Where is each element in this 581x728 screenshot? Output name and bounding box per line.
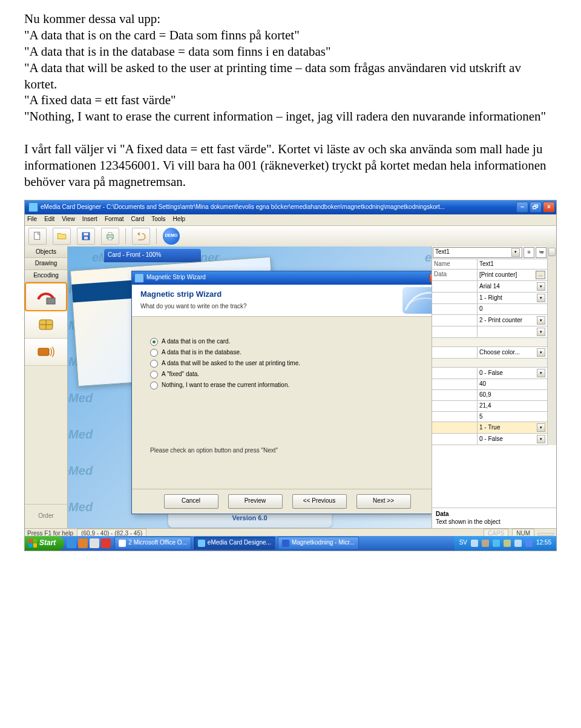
property-row[interactable]: 40 <box>432 379 547 390</box>
property-row[interactable]: Data[Print counter]... <box>432 270 547 281</box>
design-canvas[interactable]: eMedia Card Designer eMed eMed eMed eMed… <box>68 247 432 529</box>
property-value[interactable]: 0 - False▾ <box>478 368 547 379</box>
property-value[interactable]: 1 - Right▾ <box>478 293 547 303</box>
property-row[interactable]: ▾ <box>432 326 547 338</box>
language-indicator[interactable]: SV <box>459 539 467 547</box>
print-button[interactable] <box>101 228 119 245</box>
property-value[interactable]: 60,9 <box>478 390 547 400</box>
property-value[interactable]: 0 <box>478 304 547 314</box>
taskbar-task[interactable]: 2 Microsoft Office O... <box>114 537 191 550</box>
property-row[interactable]: 1 - True▾ <box>432 422 547 434</box>
radio-option-0[interactable]: A data that is on the card. <box>150 338 424 346</box>
property-value[interactable]: 2 - Print counter▾ <box>478 315 547 326</box>
property-row[interactable]: 1 - Right▾ <box>432 293 547 304</box>
menu-edit[interactable]: Edit <box>44 216 54 223</box>
menu-format[interactable]: Format <box>105 216 124 223</box>
preview-button[interactable]: Preview <box>228 494 283 509</box>
ql-icon[interactable] <box>78 538 88 548</box>
watermark: eMed <box>68 391 93 406</box>
clock[interactable]: 12:55 <box>536 539 551 547</box>
radio-option-3[interactable]: A "fixed" data. <box>150 371 424 379</box>
property-row[interactable]: 0 - False▾ <box>432 368 547 379</box>
property-row[interactable]: 60,9 <box>432 390 547 401</box>
wizard-close-button[interactable]: × <box>429 273 432 283</box>
ql-icon[interactable] <box>90 538 99 548</box>
menu-file[interactable]: File <box>27 216 37 223</box>
tool-contactless[interactable] <box>25 339 67 366</box>
tray-icon[interactable] <box>471 540 478 547</box>
tray-icon[interactable] <box>514 540 522 547</box>
svg-rect-6 <box>108 237 112 240</box>
tray-icon[interactable] <box>493 540 500 547</box>
wizard-heading: Magnetic strip Wizard <box>140 290 222 300</box>
property-value[interactable]: [Print counter]... <box>478 270 547 280</box>
tray-icon[interactable] <box>504 540 511 547</box>
doc-opt4: "A fixed data = ett fast värde" <box>24 92 557 108</box>
property-row[interactable]: NameText1 <box>432 259 547 270</box>
property-value[interactable]: Choose color...▾ <box>478 347 547 358</box>
cancel-button[interactable]: Cancel <box>164 494 218 509</box>
property-value[interactable]: Arial 14▾ <box>478 281 547 292</box>
tab-encoding[interactable]: Encoding <box>25 270 67 282</box>
menu-card[interactable]: Card <box>131 216 145 223</box>
tool-chip[interactable] <box>25 311 67 339</box>
taskbar-task[interactable]: eMedia Card Designe... <box>194 537 275 550</box>
taskbar-task[interactable]: Magnetkodning - Micr... <box>278 537 359 550</box>
property-key <box>432 412 478 422</box>
property-value[interactable]: ▾ <box>478 326 547 337</box>
property-key <box>432 434 478 445</box>
ql-ie-icon[interactable] <box>67 538 76 548</box>
property-row[interactable]: 5 <box>432 412 547 423</box>
property-value[interactable]: 1 - True▾ <box>478 422 547 433</box>
ql-icon[interactable] <box>101 538 111 548</box>
property-row[interactable] <box>432 338 547 347</box>
tab-order[interactable]: Order <box>25 504 67 529</box>
sort-alpha-button[interactable]: ≡ <box>524 247 534 258</box>
property-row[interactable] <box>432 359 547 368</box>
ellipsis-button[interactable]: ... <box>536 271 545 279</box>
next-button[interactable]: Next >> <box>356 494 411 509</box>
minimize-button[interactable]: – <box>516 202 528 213</box>
undo-button[interactable] <box>132 228 150 245</box>
start-button[interactable]: Start <box>25 536 64 551</box>
property-value[interactable]: 21,4 <box>478 401 547 411</box>
wizard-icon <box>134 273 144 283</box>
close-button[interactable]: × <box>543 202 555 213</box>
menu-tools[interactable]: Tools <box>151 216 165 223</box>
radio-option-4[interactable]: Nothing, I want to erase the current inf… <box>150 382 424 389</box>
menu-view[interactable]: View <box>62 216 75 223</box>
property-row[interactable]: 2 - Print counter▾ <box>432 315 547 326</box>
property-value[interactable]: 0 - False▾ <box>478 434 547 445</box>
property-key <box>432 422 478 433</box>
property-row[interactable]: Choose color...▾ <box>432 347 547 359</box>
tray-icon[interactable] <box>482 540 489 547</box>
tab-objects[interactable]: Objects <box>25 247 67 259</box>
tool-magstripe[interactable] <box>25 282 67 311</box>
restore-button[interactable]: 🗗 <box>530 202 542 213</box>
doc-opt5: "Nothing, I want to erase the current in… <box>24 108 557 125</box>
doc-opt1: "A data that is on the card = Data som f… <box>24 27 557 44</box>
property-row[interactable]: 0 - False▾ <box>432 434 547 445</box>
menu-insert[interactable]: Insert <box>82 216 97 223</box>
open-button[interactable] <box>53 228 71 245</box>
property-row[interactable]: 21,4 <box>432 401 547 412</box>
property-value[interactable]: 5 <box>478 412 547 422</box>
scrollbar[interactable] <box>547 247 556 446</box>
save-button[interactable] <box>77 228 95 245</box>
property-value[interactable]: 40 <box>478 379 547 389</box>
card-window: Card - Front - 100% <box>104 249 201 262</box>
new-button[interactable] <box>28 228 47 245</box>
tab-drawing[interactable]: Drawing <box>25 258 67 270</box>
task-label: eMedia Card Designe... <box>208 539 271 547</box>
sort-cat-button[interactable]: ≔ <box>536 247 547 258</box>
object-selector[interactable]: Text1▾ <box>433 247 522 258</box>
tray-icon[interactable] <box>525 540 533 547</box>
radio-option-2[interactable]: A data that will be asked to the user at… <box>150 360 424 368</box>
property-value[interactable]: Text1 <box>478 259 547 270</box>
menu-help[interactable]: Help <box>173 216 186 223</box>
property-key <box>432 368 478 379</box>
property-row[interactable]: Arial 14▾ <box>432 281 547 293</box>
radio-option-1[interactable]: A data that is in the database. <box>150 349 424 357</box>
previous-button[interactable]: << Previous <box>292 494 347 509</box>
property-row[interactable]: 0 <box>432 304 547 315</box>
